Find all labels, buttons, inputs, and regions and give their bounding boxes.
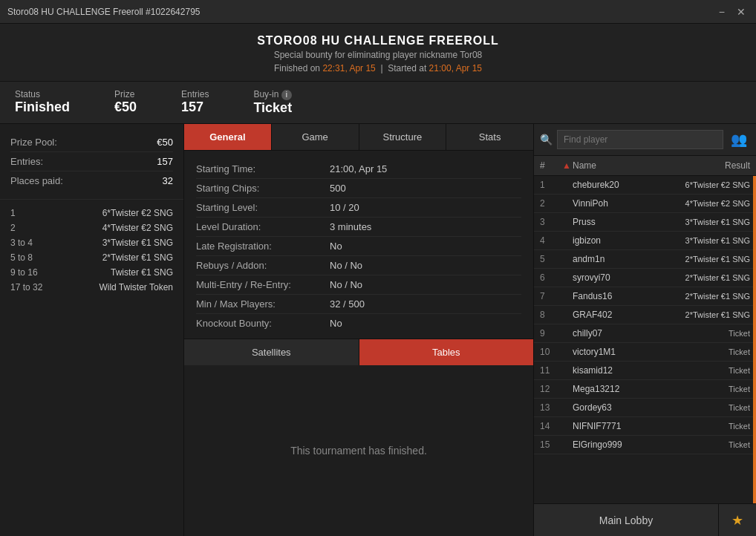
general-key: Starting Time:	[196, 163, 330, 174]
window-controls: − ✕	[716, 6, 749, 18]
status-label: Status	[15, 89, 70, 99]
prize-label: Prize	[114, 89, 137, 99]
main-lobby-bar: Main Lobby ★	[534, 503, 756, 536]
close-button[interactable]: ✕	[734, 6, 749, 18]
general-value: 3 minutes	[330, 221, 371, 232]
player-row[interactable]: 8 GRAF402 2*Twister €1 SNG	[534, 306, 756, 324]
player-row[interactable]: 5 andm1n 2*Twister €1 SNG	[534, 250, 756, 269]
player-name: cheburek20	[573, 180, 676, 190]
player-row[interactable]: 4 igbizon 3*Twister €1 SNG	[534, 232, 756, 250]
people-icon[interactable]: 👥	[728, 130, 750, 149]
general-info-row: Knockout Bounty: No	[196, 314, 521, 333]
status-item-buyin: Buy-in i Ticket	[253, 89, 292, 116]
bottom-tab-satellites[interactable]: Satellites	[184, 339, 359, 365]
status-item-prize: Prize €50	[114, 89, 137, 116]
payout-row: 3 to 4 3*Twister €1 SNG	[10, 235, 173, 250]
bottom-tabs: SatellitesTables	[184, 339, 533, 365]
player-rank: 2	[540, 198, 562, 209]
player-name: VinniPoh	[573, 198, 676, 209]
general-key: Min / Max Players:	[196, 298, 330, 310]
player-table-header: # ▲ Name Result	[534, 156, 756, 176]
buyin-info-icon[interactable]: i	[281, 90, 292, 100]
payout-row: 17 to 32 Wild Twister Token	[10, 280, 173, 295]
payout-row: 5 to 8 2*Twister €1 SNG	[10, 250, 173, 265]
player-row[interactable]: 2 VinniPoh 4*Twister €2 SNG	[534, 195, 756, 213]
player-name: chilly07	[573, 328, 676, 339]
col-header-result: Result	[676, 160, 750, 171]
general-info-row: Starting Level: 10 / 20	[196, 198, 521, 218]
player-result: Ticket	[676, 329, 750, 338]
player-row[interactable]: 11 kisamid12 Ticket	[534, 362, 756, 380]
left-panel: Prize Pool: €50 Entries: 157 Places paid…	[0, 124, 184, 537]
player-list: 1 cheburek20 6*Twister €2 SNG 2 VinniPoh…	[534, 176, 756, 504]
places-paid-value: 32	[163, 175, 173, 186]
general-info-row: Level Duration: 3 minutes	[196, 218, 521, 237]
player-row[interactable]: 12 Mega13212 Ticket	[534, 380, 756, 399]
player-row[interactable]: 7 Fandus16 2*Twister €1 SNG	[534, 287, 756, 306]
prize-pool-row: Prize Pool: €50	[10, 133, 173, 152]
player-name: Gordey63	[573, 402, 676, 413]
player-row[interactable]: 13 Gordey63 Ticket	[534, 399, 756, 417]
tab-general[interactable]: General	[184, 124, 272, 150]
favorite-button[interactable]: ★	[719, 504, 756, 536]
window-title: Storo08 HU CHALLENGE Freeroll #102264279…	[7, 7, 200, 17]
entries-row: Entries: 157	[10, 152, 173, 171]
player-rank: 12	[540, 384, 562, 394]
prize-pool-value: €50	[157, 137, 173, 148]
tournament-subtitle: Special bounty for eliminating player ni…	[7, 50, 749, 60]
col-header-sort[interactable]: ▲	[562, 160, 573, 171]
payout-prize: Twister €1 SNG	[111, 267, 173, 278]
minimize-button[interactable]: −	[716, 6, 728, 18]
title-bar: Storo08 HU CHALLENGE Freeroll #102264279…	[0, 0, 756, 24]
player-name: Fandus16	[573, 291, 676, 301]
tab-stats[interactable]: Stats	[446, 124, 533, 150]
general-value: 32 / 500	[330, 298, 365, 310]
player-result: 2*Twister €1 SNG	[676, 310, 750, 319]
entries-row-label: Entries:	[10, 156, 43, 167]
player-row[interactable]: 6 syrovyi70 2*Twister €1 SNG	[534, 269, 756, 287]
player-result: 4*Twister €2 SNG	[676, 199, 750, 208]
general-info-row: Starting Chips: 500	[196, 179, 521, 198]
status-item-status: Status Finished	[15, 89, 70, 116]
player-rank: 8	[540, 310, 562, 320]
player-name: Mega13212	[573, 384, 676, 394]
right-panel: 🔍 👥 # ▲ Name Result 1 cheburek20 6*Twist…	[533, 124, 756, 537]
player-rank: 11	[540, 365, 562, 376]
player-search-bar: 🔍 👥	[534, 124, 756, 156]
bottom-tab-tables[interactable]: Tables	[359, 339, 534, 365]
payout-position: 9 to 16	[10, 267, 44, 278]
player-row[interactable]: 1 cheburek20 6*Twister €2 SNG	[534, 176, 756, 195]
general-value: 21:00, Apr 15	[330, 163, 387, 174]
general-info-row: Multi-Entry / Re-Entry: No / No	[196, 275, 521, 295]
main-lobby-button[interactable]: Main Lobby	[534, 504, 719, 536]
player-result: 2*Twister €1 SNG	[676, 273, 750, 282]
player-row[interactable]: 3 Pruss 3*Twister €1 SNG	[534, 213, 756, 232]
payout-row: 9 to 16 Twister €1 SNG	[10, 265, 173, 280]
player-result: Ticket	[676, 366, 750, 375]
player-result: 2*Twister €1 SNG	[676, 255, 750, 264]
tab-game[interactable]: Game	[272, 124, 359, 150]
find-player-input[interactable]	[557, 130, 723, 149]
col-header-name: Name	[573, 160, 676, 171]
player-row[interactable]: 9 chilly07 Ticket	[534, 324, 756, 343]
general-info-row: Starting Time: 21:00, Apr 15	[196, 160, 521, 179]
player-row[interactable]: 14 NIFNIF7771 Ticket	[534, 417, 756, 436]
general-key: Starting Chips:	[196, 183, 330, 194]
general-value: No	[330, 241, 342, 252]
entries-label: Entries	[181, 89, 209, 99]
player-name: Pruss	[573, 217, 676, 227]
player-row[interactable]: 10 victory1M1 Ticket	[534, 343, 756, 362]
payout-row: 2 4*Twister €2 SNG	[10, 220, 173, 235]
tournament-header: STORO08 HU CHALLENGE FREEROLL Special bo…	[0, 24, 756, 82]
player-row[interactable]: 15 ElGringo999 Ticket	[534, 436, 756, 454]
player-rank: 3	[540, 217, 562, 227]
status-item-entries: Entries 157	[181, 89, 209, 116]
general-value: 10 / 20	[330, 202, 359, 213]
general-content: Starting Time: 21:00, Apr 15 Starting Ch…	[184, 151, 533, 339]
player-rank: 4	[540, 235, 562, 246]
payout-prize: 2*Twister €1 SNG	[102, 252, 173, 263]
star-icon: ★	[731, 512, 743, 529]
tab-structure[interactable]: Structure	[359, 124, 447, 150]
payout-row: 1 6*Twister €2 SNG	[10, 206, 173, 220]
places-paid-row: Places paid: 32	[10, 171, 173, 190]
